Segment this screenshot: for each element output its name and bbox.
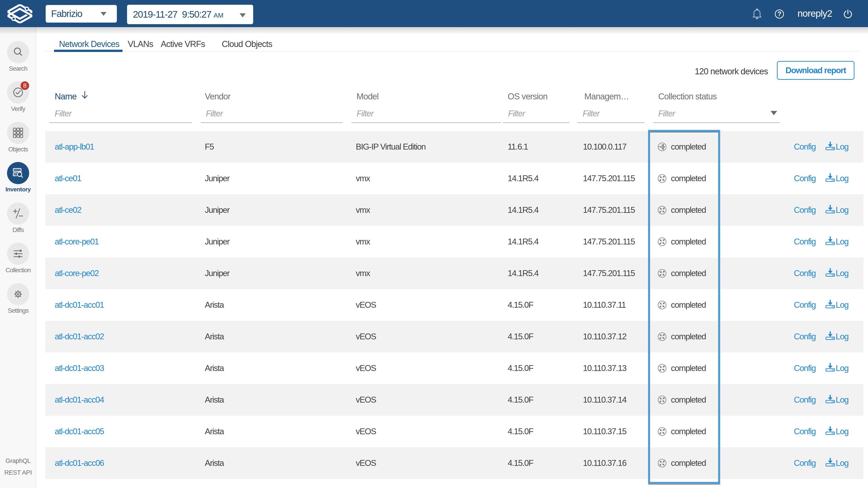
svg-text:?: ? [777,10,781,18]
